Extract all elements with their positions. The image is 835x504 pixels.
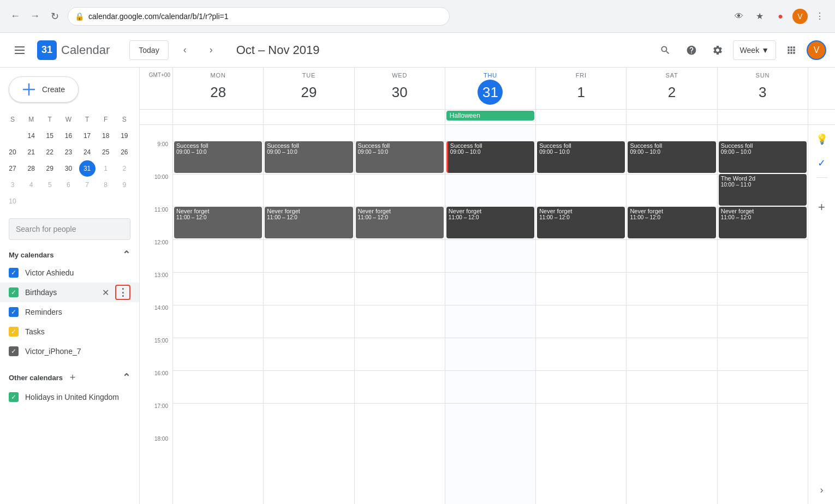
search-button[interactable]: [654, 39, 676, 61]
cal-cell-27[interactable]: 27: [4, 160, 21, 177]
event-tue-success[interactable]: Success foll 09:00 – 10:0: [265, 141, 353, 173]
all-day-thu[interactable]: Halloween: [445, 110, 535, 124]
prev-week-button[interactable]: ‹: [175, 40, 195, 60]
cal-cell-17[interactable]: 17: [79, 128, 96, 144]
calendar-item-holidays[interactable]: ✓ Holidays in United Kingdom: [0, 387, 139, 407]
help-button[interactable]: [681, 39, 702, 61]
forward-button[interactable]: →: [26, 8, 44, 25]
back-button[interactable]: ←: [7, 8, 24, 25]
cal-cell-31-today[interactable]: 31: [79, 160, 96, 177]
event-tue-never[interactable]: Never forget 11:00 – 12:0: [265, 207, 353, 238]
today-button[interactable]: Today: [129, 40, 168, 60]
halloween-event[interactable]: Halloween: [446, 111, 534, 121]
cal-cell-28[interactable]: 28: [23, 160, 39, 177]
profile-icon[interactable]: ●: [772, 8, 789, 25]
cal-cell-16[interactable]: 16: [60, 128, 76, 144]
my-calendars-section[interactable]: My calendars ⌃: [0, 244, 139, 263]
search-people-input[interactable]: Search for people: [9, 218, 130, 240]
hour-line: [627, 305, 717, 305]
event-thu-success[interactable]: Success foll 09:00 – 10:0: [446, 141, 534, 173]
day-header-tue[interactable]: TUE 29: [263, 68, 354, 109]
birthdays-more-button[interactable]: ⋮: [115, 285, 130, 300]
cal-cell-9[interactable]: 9: [116, 177, 133, 193]
day-header-wed[interactable]: WED 30: [354, 68, 445, 109]
day-header-sat[interactable]: SAT 2: [626, 68, 717, 109]
event-mon-success[interactable]: Success foll 09:00 – 10:0: [174, 141, 262, 173]
tasks-checkbox[interactable]: ✓: [9, 327, 19, 337]
calendar-item-birthdays[interactable]: ✓ Birthdays ✕ ⋮: [0, 283, 139, 302]
hamburger-button[interactable]: [9, 39, 31, 61]
event-thu-never[interactable]: Never forget 11:00 – 12:0: [446, 207, 534, 238]
create-button[interactable]: Create: [9, 76, 79, 103]
keep-side-icon[interactable]: ✓: [812, 153, 832, 173]
event-fri-success[interactable]: Success foll 09:00 – 10:0: [537, 141, 625, 173]
cal-cell-29[interactable]: 29: [41, 160, 58, 177]
settings-button[interactable]: [707, 39, 729, 61]
user-avatar-browser[interactable]: V: [792, 9, 808, 24]
cal-cell-25[interactable]: 25: [98, 144, 114, 160]
view-selector[interactable]: Week ▼: [733, 40, 776, 60]
cal-cell-14[interactable]: 14: [23, 128, 39, 144]
cal-cell-4[interactable]: 4: [23, 177, 39, 193]
cal-cell-23[interactable]: 23: [60, 144, 76, 160]
tasks-side-icon[interactable]: 💡: [812, 129, 832, 149]
event-mon-never[interactable]: Never forget 11:00 – 12:0: [174, 207, 262, 238]
birthdays-checkbox[interactable]: ✓: [9, 287, 19, 297]
cal-cell-26[interactable]: 26: [116, 144, 133, 160]
event-wed-never[interactable]: Never forget 11:00 – 12:0: [356, 207, 444, 238]
calendar-item-victor[interactable]: ✓ Victor Ashiedu: [0, 263, 139, 283]
reminders-checkbox[interactable]: ✓: [9, 307, 19, 317]
user-avatar-app[interactable]: V: [807, 40, 826, 60]
day-name-mon: MON: [175, 72, 261, 79]
day-header-sun[interactable]: SUN 3: [717, 68, 808, 109]
victor-checkbox[interactable]: ✓: [9, 268, 19, 278]
time-label-10: 10:00: [140, 174, 172, 207]
calendar-item-iphone[interactable]: ✓ Victor_iPhone_7: [0, 341, 139, 361]
cal-cell-1[interactable]: 1: [98, 160, 114, 177]
extension-icon[interactable]: 👁: [730, 8, 748, 25]
cal-cell-5[interactable]: 5: [41, 177, 58, 193]
more-menu-icon[interactable]: ⋮: [811, 8, 828, 25]
cal-cell-24[interactable]: 24: [79, 144, 96, 160]
reload-button[interactable]: ↻: [46, 8, 63, 25]
event-fri-never[interactable]: Never forget 11:00 – 12:0: [537, 207, 625, 238]
day-header-mon[interactable]: MON 28: [172, 68, 263, 109]
cal-cell-20[interactable]: 20: [4, 144, 21, 160]
calendar-item-tasks[interactable]: ✓ Tasks: [0, 322, 139, 341]
event-sun-never[interactable]: Never forget 11:00 – 12:0: [719, 207, 807, 238]
event-sun-word[interactable]: The Word 2d 10:00 – 11:0: [719, 174, 807, 206]
bookmark-icon[interactable]: ★: [751, 8, 768, 25]
day-header-thu[interactable]: THU 31: [445, 68, 535, 109]
event-sun-success[interactable]: Success foll 09:00 – 10:0: [719, 141, 807, 173]
cal-cell-8[interactable]: 8: [98, 177, 114, 193]
address-bar[interactable]: 🔒 calendar.google.com/calendar/b/1/r?pli…: [68, 7, 450, 26]
cal-cell-3[interactable]: 3: [4, 177, 21, 193]
birthdays-close-button[interactable]: ✕: [98, 285, 113, 300]
cal-cell-19[interactable]: 19: [116, 128, 133, 144]
day-header-fri[interactable]: FRI 1: [535, 68, 626, 109]
cal-cell-10[interactable]: 10: [4, 193, 21, 209]
add-other-calendar-button[interactable]: +: [65, 370, 80, 385]
side-icons-header-space: [808, 68, 835, 109]
cal-cell-6[interactable]: 6: [60, 177, 76, 193]
calendar-item-reminders[interactable]: ✓ Reminders: [0, 302, 139, 322]
holidays-checkbox[interactable]: ✓: [9, 392, 19, 402]
iphone-checkbox[interactable]: ✓: [9, 346, 19, 356]
cal-cell-2[interactable]: 2: [116, 160, 133, 177]
cal-cell-15[interactable]: 15: [41, 128, 58, 144]
add-side-button[interactable]: +: [812, 197, 832, 217]
dropdown-arrow: ▼: [761, 46, 769, 55]
apps-button[interactable]: [780, 39, 802, 61]
side-panel-toggle[interactable]: ›: [812, 480, 832, 500]
next-week-button[interactable]: ›: [201, 40, 221, 60]
cal-cell-22[interactable]: 22: [41, 144, 58, 160]
event-sat-never[interactable]: Never forget 11:00 – 12:0: [628, 207, 715, 238]
other-calendars-section[interactable]: Other calendars + ⌃: [0, 365, 139, 387]
cal-cell[interactable]: [4, 128, 21, 144]
cal-cell-21[interactable]: 21: [23, 144, 39, 160]
cal-cell-18[interactable]: 18: [98, 128, 114, 144]
event-wed-success[interactable]: Success foll 09:00 – 10:0: [356, 141, 444, 173]
cal-cell-30[interactable]: 30: [60, 160, 76, 177]
cal-cell-7[interactable]: 7: [79, 177, 96, 193]
event-sat-success[interactable]: Success foll 09:00 – 10:0: [628, 141, 715, 173]
